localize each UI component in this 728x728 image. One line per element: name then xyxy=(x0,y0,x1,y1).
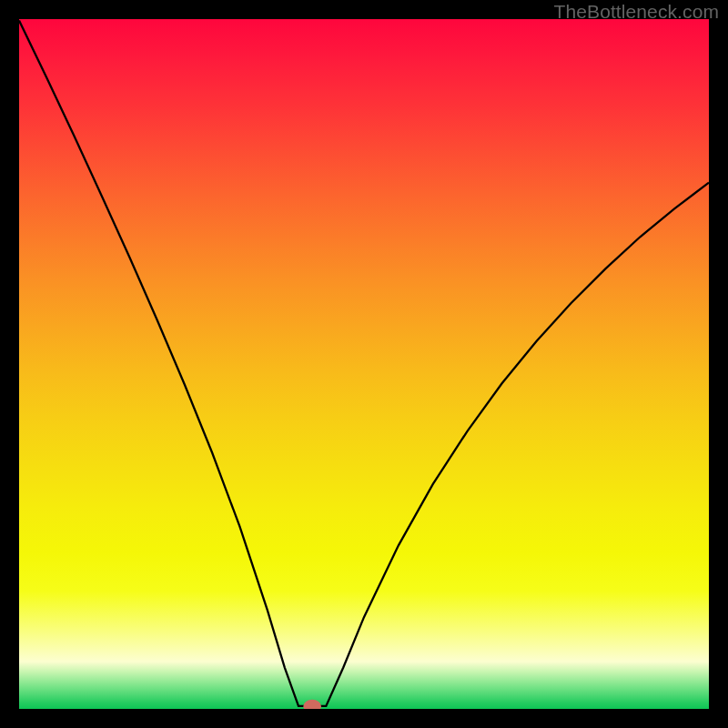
chart-svg xyxy=(19,19,709,709)
attribution-watermark: TheBottleneck.com xyxy=(554,1,719,23)
selected-point-marker xyxy=(303,700,321,709)
bottleneck-curve xyxy=(19,21,709,706)
chart-plot-area xyxy=(19,19,709,709)
